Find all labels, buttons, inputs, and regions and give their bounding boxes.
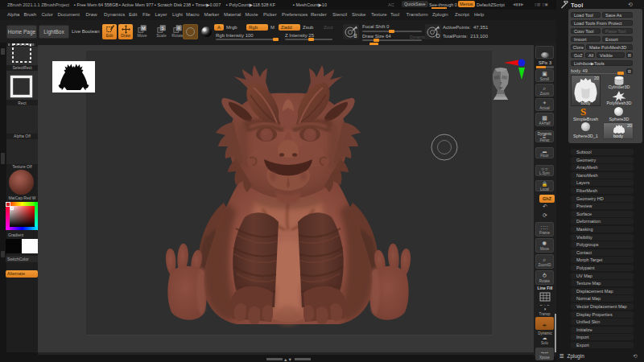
svg-text:R: R [177,26,180,31]
svg-text:M: M [142,26,146,31]
svg-text:S: S [161,26,164,31]
svg-text:8: 8 [354,33,357,39]
svg-text:D: D [436,33,440,39]
